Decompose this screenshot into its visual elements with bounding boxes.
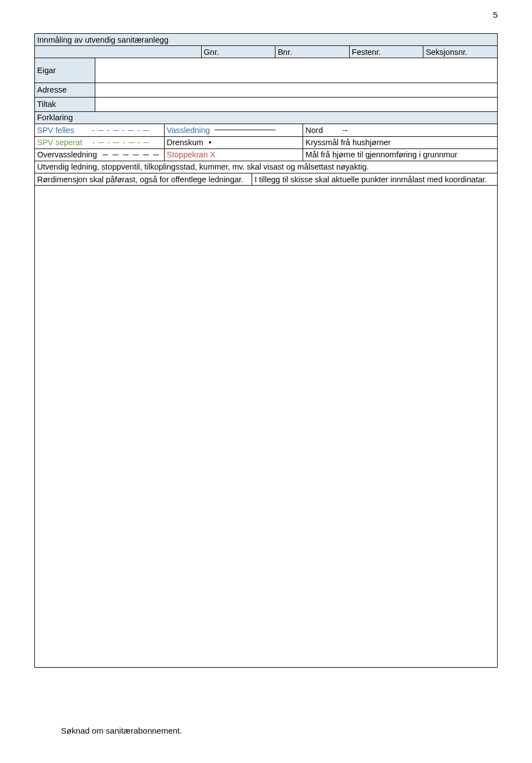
legend-mid-drenskum: Drenskum [167, 138, 203, 147]
legend-stoppekran: Stoppekran X [164, 148, 303, 161]
note-line2-left: Rørdimensjon skal påførast, også for off… [35, 173, 252, 186]
legend-drenskum: Drenskum [164, 136, 303, 148]
legend-label-overvass: Overvassledning [37, 150, 97, 159]
legend-pattern-spv-felles: - ─ - ─ - ─ - ─ [92, 126, 150, 135]
field-tiltak[interactable] [95, 97, 497, 111]
label-adresse: Adresse [35, 83, 95, 97]
legend-pattern-spv-seperat: - ─ - ─ - ─ - ─ [92, 138, 150, 147]
note-line2-right: I tillegg til skisse skal aktuelle punkt… [252, 173, 498, 186]
page-number: 5 [493, 10, 498, 19]
section-title: Innmåling av utvendig sanitæranlegg [35, 34, 498, 46]
label-eigar: Eigar [35, 58, 95, 83]
label-forklaring: Forklaring [35, 112, 498, 124]
legend-spv-felles: SPV felles - ─ - ─ - ─ - ─ [35, 124, 165, 136]
arrow-icon: → [341, 125, 349, 135]
legend-spv-seperat: SPV seperat - ─ - ─ - ─ - ─ [35, 136, 165, 148]
dot-icon [209, 141, 211, 144]
field-eigar[interactable] [95, 58, 497, 83]
legend-label-spv-felles: SPV felles [37, 126, 74, 135]
field-adresse[interactable] [95, 83, 497, 97]
legend-vassledning: Vassledning [164, 124, 303, 136]
drawing-area[interactable] [34, 186, 498, 668]
legend-mid-stoppekran: Stoppekran X [167, 150, 216, 159]
footer-text: Søknad om sanitærabonnement. [61, 726, 182, 735]
header-bnr: Bnr. [275, 46, 350, 58]
legend-mal-hjorne: Mål frå hjørne til gjennomføring i grunn… [303, 148, 498, 161]
legend-nord-label: Nord [305, 126, 323, 135]
legend-kryssmal: Kryssmål frå hushjørner [303, 136, 498, 148]
legend-nord: Nord → [303, 124, 498, 136]
header-seksjonsnr: Seksjonsnr. [423, 46, 498, 58]
header-festenr: Festenr. [349, 46, 423, 58]
label-tiltak: Tiltak [35, 97, 95, 111]
legend-pattern-overvass: ─ ─ ─ ─ ─ ─ [103, 150, 160, 159]
legend-overvassledning: Overvassledning ─ ─ ─ ─ ─ ─ [35, 148, 165, 161]
legend-label-spv-seperat: SPV seperat [37, 138, 82, 147]
legend-mid-vassledning: Vassledning [167, 126, 210, 135]
header-gnr: Gnr. [201, 46, 275, 58]
note-line1: Utvendig ledning, stoppventil, tilkoplin… [35, 161, 498, 173]
